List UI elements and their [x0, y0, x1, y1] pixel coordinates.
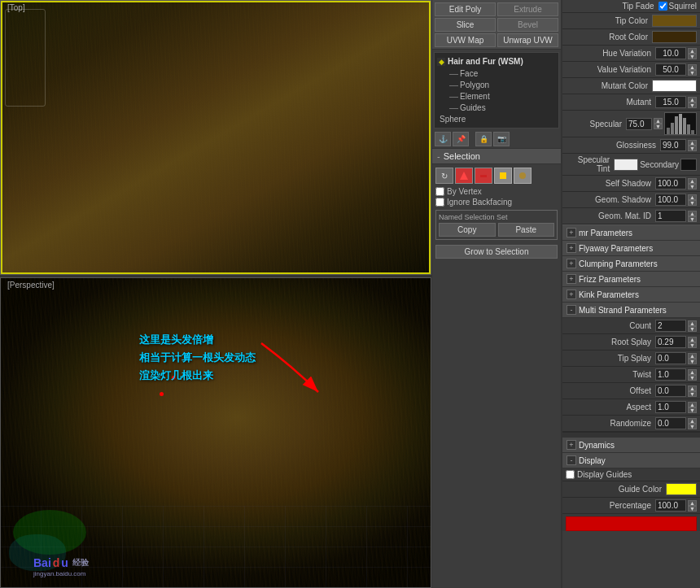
flyaway-parameters-label: Flyaway Parameters	[579, 244, 653, 253]
frizz-parameters-header[interactable]: + Frizz Parameters	[562, 272, 700, 287]
specular-input[interactable]	[626, 118, 652, 130]
clumping-parameters-header[interactable]: + Clumping Parameters	[562, 256, 700, 272]
tree-item-guides[interactable]: — Guides	[449, 102, 556, 113]
tree-root-item[interactable]: ◆ Hair and Fur (WSM)	[437, 55, 556, 68]
spec-down-btn[interactable]: ▼	[654, 124, 663, 129]
spec-up-btn[interactable]: ▲	[654, 118, 663, 124]
mutant-input[interactable]	[655, 96, 686, 108]
ignore-backfacing-checkbox[interactable]	[435, 198, 444, 207]
hue-down-btn[interactable]: ▼	[688, 54, 697, 59]
asp-down-btn[interactable]: ▼	[688, 407, 697, 413]
self-shadow-input[interactable]	[655, 177, 686, 189]
tw-down-btn[interactable]: ▼	[688, 375, 697, 381]
guide-color-swatch[interactable]	[666, 483, 697, 495]
ss-up-btn[interactable]: ▲	[688, 178, 697, 184]
gloss-up-btn[interactable]: ▲	[688, 140, 697, 146]
hue-variation-input[interactable]	[655, 47, 686, 59]
pin-icon-btn[interactable]: 📌	[453, 132, 469, 146]
lock-icon-btn[interactable]: 🔒	[475, 132, 492, 146]
edge-select-btn[interactable]	[475, 168, 492, 184]
viewport-bottom[interactable]: [Perspective] 这里是头发倍增 相当于计算一根头发动态 渲染灯几根出…	[0, 277, 431, 588]
slice-btn[interactable]: Slice	[435, 18, 496, 32]
pct-up-btn[interactable]: ▲	[688, 500, 697, 506]
flyaway-parameters-header[interactable]: + Flyaway Parameters	[562, 241, 700, 256]
red-color-bar[interactable]	[566, 516, 697, 531]
tip-splay-input[interactable]	[655, 352, 686, 364]
gs-up-btn[interactable]: ▲	[688, 194, 697, 200]
secondary-swatch[interactable]	[680, 159, 697, 171]
grow-selection-btn[interactable]: Grow to Selection	[435, 245, 558, 259]
root-color-swatch[interactable]	[652, 31, 697, 43]
mutant-up-btn[interactable]: ▲	[688, 97, 697, 102]
display-guides-checkbox[interactable]	[566, 470, 575, 479]
rs-up-btn[interactable]: ▲	[688, 337, 697, 342]
randomize-input[interactable]	[655, 417, 686, 429]
viewport-top[interactable]: [Top]	[0, 0, 431, 275]
asp-up-btn[interactable]: ▲	[688, 402, 697, 407]
copy-btn[interactable]: Copy	[439, 223, 496, 237]
ts-up-btn[interactable]: ▲	[688, 353, 697, 359]
tip-fade-checkbox[interactable]	[658, 2, 667, 11]
value-variation-input[interactable]	[655, 63, 686, 76]
gid-down-btn[interactable]: ▼	[688, 216, 697, 222]
tw-up-btn[interactable]: ▲	[688, 369, 697, 375]
offset-input[interactable]	[655, 385, 686, 397]
bevel-btn[interactable]: Bevel	[497, 18, 558, 32]
sphere-item[interactable]: Sphere	[437, 113, 556, 125]
off-up-btn[interactable]: ▲	[688, 385, 697, 391]
count-input[interactable]	[655, 320, 686, 332]
baidu-watermark: Baidu 经验 jingyan.baidu.com	[33, 556, 89, 577]
multi-strand-header[interactable]: - Multi Strand Parameters	[562, 303, 700, 318]
tree-item-element[interactable]: — Element	[449, 90, 556, 102]
gid-up-btn[interactable]: ▲	[688, 211, 697, 216]
geom-shadow-input[interactable]	[655, 194, 686, 206]
rand-down-btn[interactable]: ▼	[688, 424, 697, 429]
anchor-icon-btn[interactable]: ⚓	[435, 132, 451, 146]
percentage-input[interactable]	[655, 499, 686, 512]
camera-icon-btn[interactable]: 📷	[493, 132, 510, 146]
display-header[interactable]: - Display	[562, 453, 700, 468]
val-down-btn[interactable]: ▼	[688, 70, 697, 76]
kink-parameters-header[interactable]: + Kink Parameters	[562, 287, 700, 303]
ts-down-btn[interactable]: ▼	[688, 359, 697, 364]
rotate-select-btn[interactable]: ↻	[435, 168, 453, 184]
element-select-btn[interactable]	[514, 168, 532, 184]
tree-item-polygon[interactable]: — Polygon	[449, 79, 556, 90]
paste-btn[interactable]: Paste	[498, 223, 555, 237]
val-up-btn[interactable]: ▲	[688, 64, 697, 70]
aspect-spinner: ▲ ▼	[688, 402, 697, 413]
extrude-btn[interactable]: Extrude	[497, 2, 558, 16]
off-down-btn[interactable]: ▼	[688, 391, 697, 397]
count-down-btn[interactable]: ▼	[688, 326, 697, 332]
glossiness-input[interactable]	[660, 139, 686, 151]
gloss-down-btn[interactable]: ▼	[688, 146, 697, 151]
aspect-input[interactable]	[655, 401, 686, 413]
mr-expand-icon: +	[567, 228, 576, 237]
edit-poly-btn[interactable]: Edit Poly	[435, 2, 496, 16]
mr-parameters-header[interactable]: + mr Parameters	[562, 224, 700, 241]
tip-color-swatch[interactable]	[652, 15, 697, 27]
face-select-btn[interactable]	[494, 168, 512, 184]
mutant-down-btn[interactable]: ▼	[688, 102, 697, 108]
pct-down-btn[interactable]: ▼	[688, 506, 697, 512]
specular-tint-swatch[interactable]	[614, 159, 638, 171]
unwrap-uvw-btn[interactable]: Unwrap UVW	[497, 33, 558, 47]
named-selection-title: Named Selection Set	[439, 213, 554, 221]
by-vertex-checkbox[interactable]	[435, 187, 444, 196]
hue-up-btn[interactable]: ▲	[688, 48, 697, 54]
rs-down-btn[interactable]: ▼	[688, 342, 697, 348]
percentage-row: Percentage ▲ ▼	[562, 498, 700, 514]
dynamics-header[interactable]: + Dynamics	[562, 438, 700, 453]
middle-panel: Edit Poly Extrude Slice Bevel UVW Map Un…	[431, 0, 562, 588]
rand-up-btn[interactable]: ▲	[688, 418, 697, 424]
root-splay-input[interactable]	[655, 336, 686, 348]
gs-down-btn[interactable]: ▼	[688, 200, 697, 206]
mutant-color-swatch[interactable]	[652, 80, 697, 92]
count-up-btn[interactable]: ▲	[688, 320, 697, 326]
vertex-select-btn[interactable]	[455, 168, 473, 184]
tree-item-face[interactable]: — Face	[449, 68, 556, 79]
uvw-map-btn[interactable]: UVW Map	[435, 33, 496, 47]
geom-mat-id-input[interactable]	[655, 210, 686, 222]
twist-input[interactable]	[655, 368, 686, 381]
ss-down-btn[interactable]: ▼	[688, 184, 697, 189]
